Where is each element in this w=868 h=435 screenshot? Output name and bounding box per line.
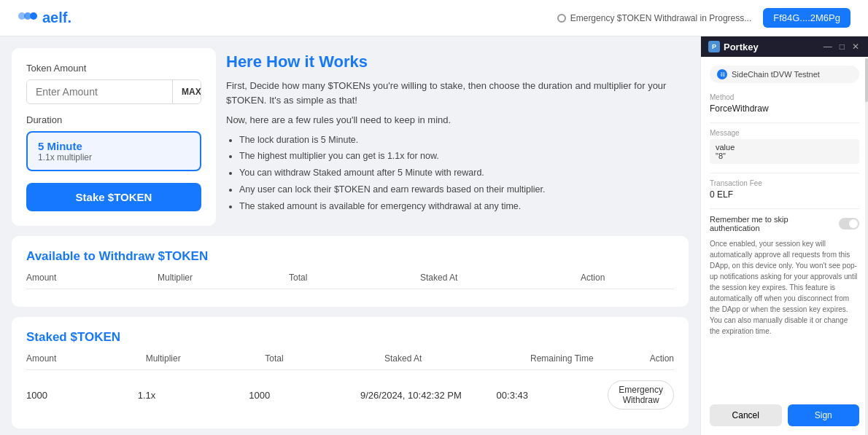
staked-table-header: Amount Multiplier Total Staked At Remain… <box>26 353 674 370</box>
staked-amount-1: 1000 <box>26 390 138 401</box>
staked-col-action: Action <box>650 353 674 364</box>
portkey-notice: Once enabled, your session key will auto… <box>710 238 859 337</box>
fee-value: 0 ELF <box>710 189 859 200</box>
duration-name: 5 Minute <box>38 140 190 152</box>
chain-name: SideChain tDVW Testnet <box>732 70 820 79</box>
withdraw-col-multiplier: Multiplier <box>158 273 289 283</box>
withdraw-title: Available to Withdraw $TOKEN <box>26 249 674 264</box>
rule-1: The lock duration is 5 Minute. <box>239 133 689 147</box>
divider-2 <box>710 173 859 173</box>
method-field: Method ForceWithdraw <box>710 93 859 114</box>
portkey-logo: P Portkey <box>708 41 759 52</box>
maximize-icon[interactable]: □ <box>838 42 846 52</box>
stake-button[interactable]: Stake $TOKEN <box>26 183 201 211</box>
duration-label: Duration <box>26 114 201 125</box>
top-row: Token Amount MAX Duration 5 Minute 1.1x … <box>12 48 689 226</box>
token-amount-label: Token Amount <box>26 63 201 74</box>
duration-multiplier: 1.1x multiplier <box>38 152 190 162</box>
portkey-confirm-button[interactable]: Sign <box>788 404 860 426</box>
portkey-cancel-button[interactable]: Cancel <box>710 404 782 426</box>
duration-option[interactable]: 5 Minute 1.1x multiplier <box>26 131 201 171</box>
left-panel: Token Amount MAX Duration 5 Minute 1.1x … <box>0 36 700 435</box>
divider-1 <box>710 122 859 123</box>
withdrawal-notice: Emergency $TOKEN Withdrawal in Progress.… <box>557 13 752 23</box>
how-title: Here How it Works <box>226 52 689 71</box>
max-button[interactable]: MAX <box>172 80 201 103</box>
message-sub: value "8" <box>710 139 859 164</box>
portkey-controls: — □ ✕ <box>822 42 861 52</box>
message-field: Message value "8" <box>710 129 859 164</box>
rule-4: Any user can lock their $TOKEN and earn … <box>239 183 689 197</box>
withdraw-col-amount: Amount <box>26 273 158 283</box>
message-value: "8" <box>716 152 853 160</box>
how-desc-1: First, Decide how many $TOKENs you're wi… <box>226 79 689 107</box>
portkey-title: Portkey <box>724 42 759 52</box>
withdraw-col-staked: Staked At <box>420 273 581 283</box>
withdraw-card: Available to Withdraw $TOKEN Amount Mult… <box>12 236 689 307</box>
scrollbar[interactable] <box>865 58 868 435</box>
staked-col-multiplier: Multiplier <box>146 353 266 364</box>
withdraw-col-action: Action <box>581 273 674 283</box>
logo: aelf. <box>18 8 71 28</box>
staked-col-remaining: Remaining Time <box>530 353 650 364</box>
app-header: aelf. Emergency $TOKEN Withdrawal in Pro… <box>0 0 868 36</box>
staked-remaining-1: 00:3:43 <box>497 390 608 401</box>
staked-row-1: 1000 1.1x 1000 9/26/2024, 10:42:32 PM 00… <box>26 375 674 415</box>
staked-stakedat-1: 9/26/2024, 10:42:32 PM <box>360 390 497 401</box>
message-label: Message <box>710 129 859 137</box>
notice-dot-icon <box>557 14 566 23</box>
logo-text: aelf. <box>42 9 71 26</box>
method-value: ForceWithdraw <box>710 103 859 114</box>
notice-text: Emergency $TOKEN Withdrawal in Progress.… <box>570 13 752 23</box>
method-label: Method <box>710 93 859 101</box>
fee-label: Transaction Fee <box>710 179 859 187</box>
aelf-logo-icon <box>18 8 38 28</box>
fee-field: Transaction Fee 0 ELF <box>710 179 859 200</box>
staked-col-amount: Amount <box>26 353 146 364</box>
toggle-knob <box>849 219 858 228</box>
emergency-withdraw-button[interactable]: Emergency Withdraw <box>608 380 674 409</box>
portkey-body: ⛓ SideChain tDVW Testnet Method ForceWit… <box>701 57 868 399</box>
auth-toggle[interactable] <box>839 218 859 230</box>
how-rules-list: The lock duration is 5 Minute. The highe… <box>226 133 689 213</box>
svg-point-2 <box>30 12 37 20</box>
staked-card: Staked $TOKEN Amount Multiplier Total St… <box>12 317 689 428</box>
rule-2: The highest multiplier you can get is 1.… <box>239 149 689 163</box>
staked-total-1: 1000 <box>249 390 360 401</box>
how-it-works: Here How it Works First, Decide how many… <box>226 48 689 226</box>
amount-input-row: MAX <box>26 79 201 104</box>
header-right: Emergency $TOKEN Withdrawal in Progress.… <box>557 8 850 28</box>
chain-badge: ⛓ SideChain tDVW Testnet <box>710 66 859 83</box>
withdraw-table-header: Amount Multiplier Total Staked At Action <box>26 273 674 289</box>
staked-action-1: Emergency Withdraw <box>608 380 674 409</box>
minimize-icon[interactable]: — <box>822 42 834 52</box>
close-icon[interactable]: ✕ <box>850 42 861 52</box>
staking-card: Token Amount MAX Duration 5 Minute 1.1x … <box>12 48 216 226</box>
withdraw-col-total: Total <box>289 273 420 283</box>
divider-3 <box>710 208 859 209</box>
amount-input[interactable] <box>27 80 172 103</box>
staked-multiplier-1: 1.1x <box>138 390 249 401</box>
portkey-buttons: Cancel Sign <box>701 399 868 435</box>
portkey-header: P Portkey — □ ✕ <box>701 36 868 57</box>
staked-title: Staked $TOKEN <box>26 330 674 345</box>
portkey-panel: P Portkey — □ ✕ ⛓ SideChain tDVW Testnet… <box>700 36 868 435</box>
portkey-icon: P <box>708 41 720 52</box>
how-desc-2: Now, here are a few rules you'll need to… <box>226 113 689 128</box>
toggle-label: Remember me to skip authentication <box>710 215 839 232</box>
main-content: Token Amount MAX Duration 5 Minute 1.1x … <box>0 36 868 435</box>
message-key: value <box>716 143 853 152</box>
scroll-thumb <box>865 58 868 102</box>
rule-5: The staked amount is available for emerg… <box>239 200 689 213</box>
chain-icon: ⛓ <box>717 69 727 79</box>
staked-col-stakedat: Staked At <box>384 353 530 364</box>
toggle-row: Remember me to skip authentication <box>710 215 859 232</box>
wallet-button[interactable]: Ff84G....2M6Pg <box>763 8 850 28</box>
rule-3: You can withdraw Staked amount after 5 M… <box>239 166 689 180</box>
staked-col-total: Total <box>265 353 384 364</box>
